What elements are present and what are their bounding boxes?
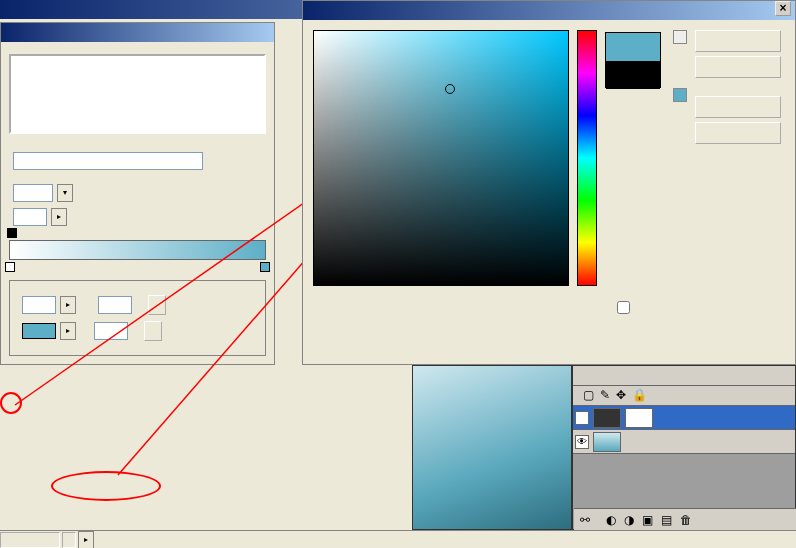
gradient-type-select[interactable]	[13, 184, 53, 202]
opacity-flyout: ▸	[60, 296, 76, 314]
zoom-field[interactable]	[0, 532, 60, 548]
color-stops-group: ▸ ▸	[9, 280, 266, 356]
document-canvas[interactable]	[412, 365, 572, 530]
image-preview	[413, 366, 571, 529]
color-stop-right[interactable]	[260, 262, 270, 272]
add-to-swatches-button[interactable]	[695, 96, 781, 118]
new-layer-icon[interactable]: ▤	[661, 513, 672, 527]
folder-icon[interactable]: ▣	[642, 513, 653, 527]
gradient-preview-bar[interactable]	[9, 240, 266, 260]
status-bar: ▸	[0, 530, 796, 548]
color-stop-left[interactable]	[5, 262, 15, 272]
docsize-flyout[interactable]: ▸	[78, 531, 94, 549]
gradient-editor-panel: ▾ ▸ ▸	[0, 22, 275, 365]
stop-color-flyout[interactable]: ▸	[60, 322, 76, 340]
lock-position-icon[interactable]: ✥	[616, 388, 626, 403]
opacity-stop-left[interactable]	[7, 228, 17, 238]
name-field[interactable]	[13, 152, 203, 170]
gamut-warning-icon[interactable]	[673, 30, 687, 44]
link-layers-icon[interactable]: ⚯	[580, 513, 590, 527]
visibility-icon[interactable]: 👁	[575, 435, 589, 449]
delete-color-stop-button[interactable]	[144, 321, 162, 341]
color-picker-dialog: × ◂ ▸	[302, 0, 796, 365]
gradient-editor-title	[1, 23, 274, 42]
lock-all-icon[interactable]: 🔒	[632, 388, 647, 403]
opacity-field	[22, 296, 56, 314]
delete-opacity-stop-button	[148, 295, 166, 315]
lower-workspace: ▢ ✎ ✥ 🔒 👁 👁 ⚯ ◐ ◑ ▣ ▤ 🗑	[412, 365, 796, 530]
new-current-swatch[interactable]	[605, 32, 661, 88]
stop-color-swatch[interactable]	[22, 323, 56, 339]
layer-thumb	[593, 432, 621, 452]
smoothness-flyout[interactable]: ▸	[51, 208, 67, 226]
lock-transparent-icon[interactable]: ▢	[583, 388, 594, 403]
current-color	[606, 61, 660, 89]
position-field	[98, 296, 132, 314]
visibility-icon[interactable]: 👁	[575, 411, 589, 425]
layer-row-gradient-map[interactable]: 👁	[573, 406, 795, 430]
websafe-swatch-icon[interactable]	[673, 88, 687, 102]
trash-icon[interactable]: 🗑	[680, 513, 692, 527]
gradient-type-dropdown[interactable]: ▾	[57, 184, 73, 202]
position2-field[interactable]	[94, 322, 128, 340]
annotation-circle	[0, 392, 22, 414]
ok-button[interactable]	[695, 30, 781, 52]
color-libraries-button[interactable]	[695, 122, 781, 144]
web-only-checkbox[interactable]	[617, 303, 630, 317]
hue-slider[interactable]	[577, 30, 597, 286]
sv-cursor[interactable]	[445, 84, 455, 94]
lock-pixels-icon[interactable]: ✎	[600, 388, 610, 403]
close-icon[interactable]: ×	[775, 1, 791, 16]
saturation-value-field[interactable]	[313, 30, 569, 286]
mask-thumb	[625, 408, 653, 428]
layers-panel: ▢ ✎ ✥ 🔒 👁 👁 ⚯ ◐ ◑ ▣ ▤ 🗑	[572, 365, 796, 530]
smoothness-field[interactable]	[13, 208, 47, 226]
presets-grid[interactable]	[9, 54, 266, 134]
adjustment-thumb	[593, 408, 621, 428]
adjustment-icon[interactable]: ◑	[624, 513, 634, 527]
cancel-button[interactable]	[695, 56, 781, 78]
doc-size	[62, 532, 76, 548]
mask-icon[interactable]: ◐	[606, 513, 616, 527]
annotation-ellipse	[51, 471, 161, 501]
layer-row-background[interactable]: 👁	[573, 430, 795, 454]
new-color	[606, 33, 660, 61]
